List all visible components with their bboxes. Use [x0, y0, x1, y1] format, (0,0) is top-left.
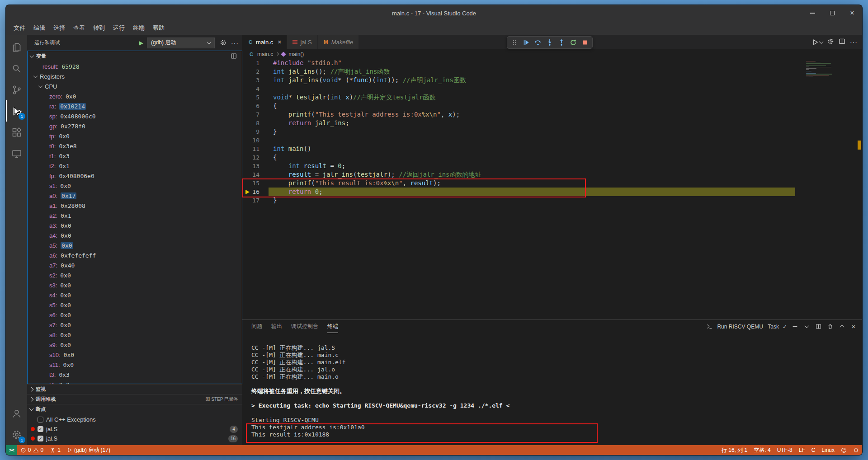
menu-run[interactable]: 运行 — [109, 23, 129, 33]
stop-button[interactable] — [580, 37, 590, 48]
variable-row[interactable]: zero:0x0 — [28, 91, 242, 101]
close-button[interactable]: × — [842, 5, 862, 21]
cursor-position[interactable]: 行 16, 列 1 — [718, 445, 750, 455]
close-icon[interactable]: × — [278, 38, 281, 46]
menu-file[interactable]: 文件 — [9, 23, 29, 33]
breadcrumb[interactable]: C main.c main() — [242, 49, 862, 59]
menu-edit[interactable]: 编辑 — [29, 23, 49, 33]
line-number[interactable]: 9 — [242, 127, 259, 136]
encoding-status[interactable]: UTF-8 — [774, 445, 796, 455]
watch-section-header[interactable]: 监视 — [27, 384, 242, 394]
line-number[interactable]: 6 — [242, 102, 259, 110]
source-control-icon[interactable] — [6, 79, 27, 100]
line-number[interactable]: 16 — [242, 188, 259, 196]
variable-row[interactable]: result:65928 — [28, 61, 242, 71]
breakpoint-row-exceptions[interactable]: All C++ Exceptions — [27, 415, 242, 424]
language-mode[interactable]: C — [808, 445, 819, 455]
breakpoint-checkbox[interactable]: ✓ — [38, 436, 43, 441]
restart-button[interactable] — [568, 37, 579, 48]
variable-row[interactable]: a1:0x28008 — [28, 201, 242, 211]
line-number[interactable]: 2 — [242, 67, 259, 76]
eol-status[interactable]: LF — [796, 445, 808, 455]
variable-row[interactable]: t1:0x3 — [28, 151, 242, 161]
search-icon[interactable] — [6, 58, 27, 79]
variable-row[interactable]: a4:0x0 — [28, 230, 242, 240]
split-terminal-icon[interactable] — [814, 322, 822, 331]
titlebar[interactable]: main.c - 17 - Visual Studio Code × — [6, 5, 862, 21]
code-line[interactable]: 7 printf("This testjalr address is:0x%x\… — [242, 110, 862, 119]
tab-jal-s[interactable]: jal.S — [287, 35, 317, 49]
split-editor-icon[interactable] — [839, 38, 845, 47]
code-line[interactable]: 14 result = jalr_ins(testjalr); //返回jalr… — [242, 170, 862, 179]
variable-row[interactable]: t0:0x3e8 — [28, 141, 242, 151]
variables-actions-icon[interactable] — [229, 51, 238, 61]
variable-row[interactable]: a7:0x40 — [28, 260, 242, 270]
editor-gear-icon[interactable] — [827, 38, 834, 47]
code-line[interactable]: 1#include "stdio.h" — [242, 59, 862, 67]
variable-row[interactable]: tp:0x0 — [28, 131, 242, 141]
launch-config-dropdown[interactable]: (gdb) 启动 — [147, 38, 215, 48]
line-number[interactable]: 14 — [242, 170, 259, 179]
line-number[interactable]: 1 — [242, 59, 259, 67]
continue-button[interactable] — [521, 37, 532, 48]
line-number[interactable]: 4 — [242, 84, 259, 93]
ports-indicator[interactable]: 1 — [47, 445, 64, 455]
debug-session-status[interactable]: (gdb) 启动 (17) — [64, 445, 113, 455]
line-number[interactable]: 5 — [242, 93, 259, 102]
line-number[interactable]: 3 — [242, 76, 259, 84]
variable-row[interactable]: s9:0x0 — [28, 340, 242, 350]
breakpoint-row-jals-16[interactable]: ✓ jal.S 16 — [27, 434, 242, 443]
variable-row[interactable]: t4:0x0 — [28, 380, 242, 384]
code-line[interactable]: 12{ — [242, 153, 862, 162]
more-actions-icon[interactable]: ··· — [231, 39, 239, 47]
indentation-status[interactable]: 空格: 4 — [750, 445, 774, 455]
line-number[interactable]: 7 — [242, 110, 259, 119]
code-line[interactable]: 5void* testjalr(int x)//声明并定义testjalr函数 — [242, 93, 862, 102]
line-number[interactable]: 10 — [242, 136, 259, 145]
breakpoint-checkbox[interactable]: ✓ — [38, 426, 43, 432]
breadcrumb-file[interactable]: main.c — [257, 51, 273, 57]
breakpoints-section-header[interactable]: 断点 — [27, 404, 242, 414]
callstack-section-header[interactable]: 调用堆栈 因 STEP 已暂停 — [27, 394, 242, 404]
code-line[interactable]: 10 — [242, 136, 862, 145]
menu-selection[interactable]: 选择 — [49, 23, 69, 33]
more-actions-icon[interactable]: ··· — [850, 38, 858, 46]
code-line[interactable]: 13 int result = 0; — [242, 162, 862, 170]
variable-row[interactable]: s11:0x0 — [28, 360, 242, 370]
variable-row[interactable]: a3:0x0 — [28, 221, 242, 230]
variable-row[interactable]: a2:0x1 — [28, 211, 242, 221]
account-icon[interactable] — [6, 403, 27, 424]
menu-help[interactable]: 帮助 — [149, 23, 169, 33]
variable-row[interactable]: s6:0x0 — [28, 310, 242, 320]
feedback-icon[interactable] — [838, 445, 850, 455]
variable-row[interactable]: CPU — [28, 81, 242, 91]
close-panel-icon[interactable]: × — [849, 322, 858, 331]
notifications-bell-icon[interactable] — [850, 445, 862, 455]
breadcrumb-symbol[interactable]: main() — [288, 51, 304, 57]
code-line[interactable]: 16 return 0; — [242, 188, 862, 196]
variable-row[interactable]: t2:0x1 — [28, 161, 242, 171]
kill-terminal-icon[interactable] — [826, 322, 834, 331]
explorer-icon[interactable] — [6, 37, 27, 58]
code-line[interactable]: 3int jalr_ins(void* (*func)(int)); //声明j… — [242, 76, 862, 84]
panel-tab-output[interactable]: 输出 — [271, 320, 282, 333]
line-number[interactable]: 17 — [242, 196, 259, 205]
new-terminal-button[interactable] — [791, 322, 799, 331]
tab-main-c[interactable]: C main.c × — [242, 35, 287, 49]
variable-row[interactable]: a6:0xfefefeff — [28, 250, 242, 260]
toolbar-grip-icon[interactable] — [509, 37, 520, 48]
line-number[interactable]: 15 — [242, 179, 259, 188]
variable-row[interactable]: s4:0x0 — [28, 290, 242, 300]
variable-row[interactable]: s7:0x0 — [28, 320, 242, 330]
panel-tab-debug-console[interactable]: 调试控制台 — [291, 320, 318, 333]
code-line[interactable]: 4 — [242, 84, 862, 93]
step-into-button[interactable] — [544, 37, 555, 48]
remote-explorer-icon[interactable] — [6, 143, 27, 164]
terminal-dropdown-icon[interactable] — [802, 322, 811, 331]
maximize-panel-icon[interactable] — [838, 322, 846, 331]
code-editor[interactable]: 1#include "stdio.h"2int jal_ins(); //声明j… — [242, 59, 862, 319]
variable-row[interactable]: a5:0x0 — [28, 240, 242, 250]
run-file-button[interactable] — [812, 39, 823, 46]
line-number[interactable]: 8 — [242, 119, 259, 127]
minimap[interactable] — [806, 61, 851, 78]
